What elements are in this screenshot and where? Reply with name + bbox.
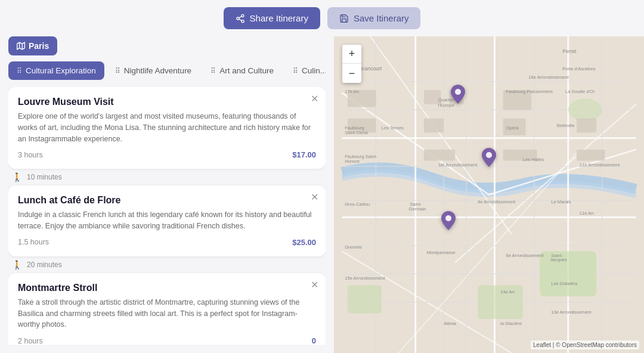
svg-text:Les Gobelins: Les Gobelins [551,281,577,286]
svg-text:Belleville: Belleville [557,123,575,128]
svg-text:Opéra: Opéra [506,125,519,131]
activities-list: ✕ Louvre Museum Visit Explore one of the… [8,87,326,345]
svg-text:Montparnasse: Montparnasse [427,250,456,255]
activity-duration-montmartre: 2 hours [18,337,43,345]
svg-text:La Goutte d'Or: La Goutte d'Or [565,89,595,94]
activity-title-montmartre: Montmartre Stroll [18,283,316,293]
activity-footer-montmartre: 2 hours 0 [18,336,316,345]
city-tag[interactable]: Paris [8,36,57,55]
transit-time-2: 20 minutes [27,261,62,269]
close-cafe-button[interactable]: ✕ [311,193,318,202]
svg-text:Gros-Caillou: Gros-Caillou [345,202,370,207]
tabs: ⠿ Cultural Exploration ⠿ Nightlife Adven… [8,61,326,80]
map-container[interactable]: Clignancourt Perret Porte d'Asnières 18e… [334,36,644,353]
map-pin-2[interactable] [482,148,496,169]
svg-text:4e Arrondissement: 4e Arrondissement [478,199,516,205]
svg-rect-42 [424,150,455,161]
tab-cultural-exploration[interactable]: ⠿ Cultural Exploration [8,61,104,80]
svg-point-35 [568,98,602,121]
tab-nightlife-adventure[interactable]: ⠿ Nightlife Adventure [107,61,200,80]
zoom-out-button[interactable]: − [342,64,361,83]
svg-text:Honoré: Honoré [345,159,360,164]
walk-icon-1: 🚶 [12,172,22,182]
svg-text:1er Arrondissement: 1er Arrondissement [438,162,478,168]
svg-text:14e Arr.: 14e Arr. [500,289,516,295]
svg-rect-44 [577,150,605,161]
main-content: Paris ⠿ Cultural Exploration ⠿ Nightlife… [0,36,644,353]
svg-point-85 [445,215,451,221]
close-montmartre-button[interactable]: ✕ [311,280,318,290]
svg-text:Les Ternes: Les Ternes [382,125,404,131]
svg-text:Le Marais: Le Marais [551,199,571,205]
svg-text:Germain: Germain [408,206,426,212]
svg-marker-5 [17,42,25,49]
svg-text:Jacques: Jacques [550,257,566,262]
svg-text:Faubourg-Poissonnière: Faubourg-Poissonnière [506,89,553,94]
svg-text:13e Arrondissement: 13e Arrondissement [551,309,592,315]
svg-point-84 [486,152,492,158]
map-pin-3[interactable] [441,211,456,233]
transit-connector-2: 🚶 20 minutes [8,256,326,273]
map-icon [17,42,25,50]
svg-rect-38 [424,118,444,132]
left-panel: Paris ⠿ Cultural Exploration ⠿ Nightlife… [0,36,334,353]
svg-text:18e Arrondissement: 18e Arrondissement [528,75,569,80]
svg-text:17e Arr.: 17e Arr. [345,89,360,94]
activity-price-cafe: $25.00 [292,238,316,247]
activity-price-montmartre: 0 [312,336,316,345]
svg-text:Grenelle: Grenelle [345,244,362,250]
map-svg: Clignancourt Perret Porte d'Asnières 18e… [334,36,644,353]
activity-price-louvre: $17.00 [292,150,316,159]
map-pin-1[interactable] [451,85,465,106]
svg-rect-32 [540,251,596,296]
close-louvre-button[interactable]: ✕ [311,94,318,104]
svg-text:15e Arrondissement: 15e Arrondissement [345,275,385,281]
activity-description-montmartre: Take a stroll through the artistic distr… [18,297,316,330]
share-itinerary-button[interactable]: Share Itinerary [224,7,320,29]
svg-rect-41 [577,118,596,132]
transit-time-1: 10 minutes [27,173,62,181]
svg-text:Porte d'Asnières: Porte d'Asnières [562,66,596,72]
right-panel: Clignancourt Perret Porte d'Asnières 18e… [334,36,644,353]
share-icon [236,14,245,23]
svg-text:Perret: Perret [562,48,577,54]
tab-icon-nightlife: ⠿ [115,67,120,75]
svg-text:11e Arr.: 11e Arr. [580,210,595,216]
activity-footer-louvre: 3 hours $17.00 [18,150,316,159]
activity-title-louvre: Louvre Museum Visit [18,97,316,107]
tab-icon-cultural: ⠿ [17,67,22,75]
activity-footer-cafe: 1.5 hours $25.00 [18,238,316,247]
svg-text:Alésia: Alésia [444,321,456,326]
transit-connector-1: 🚶 10 minutes [8,169,326,185]
svg-point-83 [455,89,461,95]
svg-text:Saint-Denis: Saint-Denis [345,130,368,135]
walk-icon-2: 🚶 [12,260,22,270]
activity-duration-louvre: 3 hours [18,151,43,159]
activity-description-louvre: Explore one of the world's largest and m… [18,111,316,144]
svg-text:6e Arrondissement: 6e Arrondissement [506,253,544,258]
svg-text:la Glacière: la Glacière [500,321,522,326]
tab-icon-culin: ⠿ [293,67,298,75]
svg-rect-33 [348,285,382,313]
svg-line-3 [239,19,242,21]
activity-card-cafe: ✕ Lunch at Café de Flore Indulge in a cl… [8,185,326,256]
tab-art-and-culture[interactable]: ⠿ Art and Culture [202,61,282,80]
tab-icon-art: ⠿ [210,67,216,75]
zoom-in-button[interactable]: + [342,45,361,64]
save-itinerary-button[interactable]: Save Itinerary [327,7,421,29]
svg-text:11e Arrondissement: 11e Arrondissement [580,162,620,168]
toolbar: Share Itinerary Save Itinerary [0,0,644,36]
activity-description-cafe: Indulge in a classic French lunch at thi… [18,209,316,232]
activity-card-louvre: ✕ Louvre Museum Visit Explore one of the… [8,87,326,169]
map-controls: + − [342,45,361,83]
map-attribution: Leaflet | © OpenStreetMap contributors [531,340,639,349]
activity-duration-cafe: 1.5 hours [18,238,49,246]
svg-line-4 [239,16,242,18]
city-name: Paris [29,41,49,51]
tab-culin[interactable]: ⠿ Culin... [284,61,326,80]
svg-text:Les Halles: Les Halles [523,157,544,162]
activity-card-montmartre: ✕ Montmartre Stroll Take a stroll throug… [8,273,326,345]
activity-title-cafe: Lunch at Café de Flore [18,195,316,206]
save-icon [339,14,349,23]
